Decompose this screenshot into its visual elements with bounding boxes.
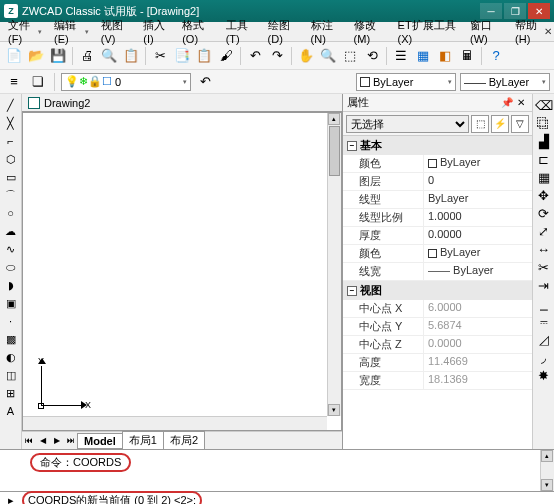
- menu-window[interactable]: 窗口(W): [464, 16, 509, 47]
- rect-tool[interactable]: ▭: [1, 168, 21, 186]
- props-button[interactable]: ☰: [391, 46, 411, 66]
- table-tool[interactable]: ⊞: [1, 384, 21, 402]
- menu-edit[interactable]: 编辑(E)▾: [48, 16, 95, 47]
- region-tool[interactable]: ◫: [1, 366, 21, 384]
- hatch-tool[interactable]: ▩: [1, 330, 21, 348]
- help-button[interactable]: ?: [486, 46, 506, 66]
- tab-last[interactable]: ⏭: [64, 436, 78, 445]
- prop-row[interactable]: 宽度18.1369: [343, 372, 532, 390]
- drawing-canvas[interactable]: Y X ▴▾: [22, 112, 342, 431]
- print-button[interactable]: 🖨: [77, 46, 97, 66]
- tab-next[interactable]: ▶: [50, 436, 64, 445]
- extend-tool[interactable]: ⇥: [534, 276, 554, 294]
- props-select[interactable]: 无选择: [346, 115, 469, 133]
- ellarc-tool[interactable]: ◗: [1, 276, 21, 294]
- redo-button[interactable]: ↷: [267, 46, 287, 66]
- break-tool[interactable]: ⎯: [534, 294, 554, 312]
- block-tool[interactable]: ▣: [1, 294, 21, 312]
- stretch-tool[interactable]: ↔: [534, 240, 554, 258]
- point-tool[interactable]: ·: [1, 312, 21, 330]
- prop-row[interactable]: 中心点 Z0.0000: [343, 336, 532, 354]
- move-tool[interactable]: ✥: [534, 186, 554, 204]
- menu-view[interactable]: 视图(V): [95, 16, 137, 47]
- doc-close-icon[interactable]: ✕: [544, 26, 552, 37]
- zoom-prev-button[interactable]: ⟲: [362, 46, 382, 66]
- preview-button[interactable]: 🔍: [99, 46, 119, 66]
- hscrollbar[interactable]: [23, 416, 327, 430]
- menu-format[interactable]: 格式(O): [176, 16, 219, 47]
- pan-button[interactable]: ✋: [296, 46, 316, 66]
- undo-button[interactable]: ↶: [245, 46, 265, 66]
- prop-row[interactable]: 中心点 Y5.6874: [343, 318, 532, 336]
- menu-et[interactable]: ET扩展工具(X): [392, 16, 464, 47]
- menu-insert[interactable]: 插入(I): [137, 16, 176, 47]
- paste-button[interactable]: 📋: [194, 46, 214, 66]
- erase-tool[interactable]: ⌫: [534, 96, 554, 114]
- command-line[interactable]: ▸ COORDS的新当前值 (0 到 2) <2>:: [0, 491, 554, 504]
- layer-prev-button[interactable]: ↶: [195, 72, 215, 92]
- props-close-icon[interactable]: ✕: [514, 97, 528, 108]
- save-button[interactable]: 💾: [48, 46, 68, 66]
- scale-tool[interactable]: ⤢: [534, 222, 554, 240]
- arc-tool[interactable]: ⌒: [1, 186, 21, 204]
- cmd-vscrollbar[interactable]: ▴▾: [540, 450, 554, 491]
- layer-states-button[interactable]: ❏: [28, 72, 48, 92]
- doc-tab[interactable]: Drawing2: [22, 94, 342, 112]
- menu-file[interactable]: 文件(F)▾: [2, 16, 48, 47]
- prop-row[interactable]: 线宽—— ByLayer: [343, 263, 532, 281]
- prop-row[interactable]: 中心点 X6.0000: [343, 300, 532, 318]
- circle-tool[interactable]: ○: [1, 204, 21, 222]
- tab-layout1[interactable]: 布局1: [122, 431, 164, 450]
- copy-tool[interactable]: ⿻: [534, 114, 554, 132]
- offset-tool[interactable]: ⊏: [534, 150, 554, 168]
- plot-button[interactable]: 📋: [121, 46, 141, 66]
- color-combo[interactable]: ByLayer▾: [356, 73, 456, 91]
- tab-layout2[interactable]: 布局2: [163, 431, 205, 450]
- revcloud-tool[interactable]: ☁: [1, 222, 21, 240]
- line-tool[interactable]: ╱: [1, 96, 21, 114]
- explode-tool[interactable]: ✸: [534, 366, 554, 384]
- linetype-combo[interactable]: —— ByLayer▾: [460, 73, 550, 91]
- props-cat-view[interactable]: −视图: [343, 281, 532, 300]
- trim-tool[interactable]: ✂: [534, 258, 554, 276]
- menu-modify[interactable]: 修改(M): [348, 16, 392, 47]
- menu-dim[interactable]: 标注(N): [305, 16, 348, 47]
- rotate-tool[interactable]: ⟳: [534, 204, 554, 222]
- grad-tool[interactable]: ◐: [1, 348, 21, 366]
- tool-button[interactable]: ◧: [435, 46, 455, 66]
- menu-draw[interactable]: 绘图(D): [262, 16, 305, 47]
- zoom-button[interactable]: 🔍: [318, 46, 338, 66]
- props-quick-button[interactable]: ⚡: [491, 115, 509, 133]
- prop-row[interactable]: 厚度0.0000: [343, 227, 532, 245]
- tab-model[interactable]: Model: [77, 433, 123, 449]
- pline-tool[interactable]: ⌐: [1, 132, 21, 150]
- join-tool[interactable]: ⎓: [534, 312, 554, 330]
- props-filter-button[interactable]: ▽: [511, 115, 529, 133]
- prop-row[interactable]: 颜色ByLayer: [343, 245, 532, 263]
- fillet-tool[interactable]: ◞: [534, 348, 554, 366]
- props-pick-button[interactable]: ⬚: [471, 115, 489, 133]
- new-button[interactable]: 📄: [4, 46, 24, 66]
- text-tool[interactable]: A: [1, 402, 21, 420]
- cut-button[interactable]: ✂: [150, 46, 170, 66]
- calc-button[interactable]: 🖩: [457, 46, 477, 66]
- spline-tool[interactable]: ∿: [1, 240, 21, 258]
- design-button[interactable]: ▦: [413, 46, 433, 66]
- mirror-tool[interactable]: ▟: [534, 132, 554, 150]
- vscrollbar[interactable]: ▴▾: [327, 113, 341, 416]
- match-button[interactable]: 🖌: [216, 46, 236, 66]
- props-cat-basic[interactable]: −基本: [343, 136, 532, 155]
- tab-first[interactable]: ⏮: [22, 436, 36, 445]
- prop-row[interactable]: 颜色ByLayer: [343, 155, 532, 173]
- props-pin-icon[interactable]: 📌: [500, 97, 514, 108]
- chamfer-tool[interactable]: ◿: [534, 330, 554, 348]
- array-tool[interactable]: ▦: [534, 168, 554, 186]
- copy-button[interactable]: 📑: [172, 46, 192, 66]
- props-grid[interactable]: −基本 颜色ByLayer图层0线型ByLayer线型比例1.0000厚度0.0…: [343, 136, 532, 449]
- prop-row[interactable]: 线型比例1.0000: [343, 209, 532, 227]
- xline-tool[interactable]: ╳: [1, 114, 21, 132]
- polygon-tool[interactable]: ⬡: [1, 150, 21, 168]
- layer-combo[interactable]: 💡❄🔒☐ 0 ▾: [61, 73, 191, 91]
- menu-tools[interactable]: 工具(T): [220, 16, 262, 47]
- prop-row[interactable]: 线型ByLayer: [343, 191, 532, 209]
